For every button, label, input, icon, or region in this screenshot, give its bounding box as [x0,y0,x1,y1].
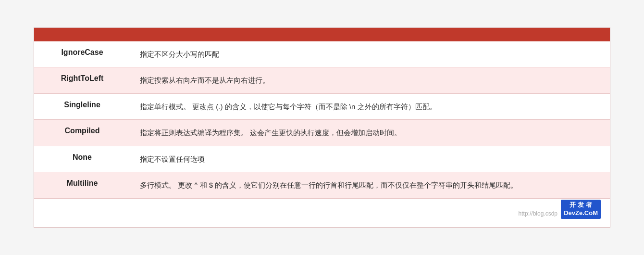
table-title [34,28,610,41]
table-row: IgnoreCase指定不区分大小写的匹配 [34,41,610,67]
watermark-url: http://blog.csdp [519,210,557,217]
member-name-cell: Multiline [34,172,130,199]
table-container: IgnoreCase指定不区分大小写的匹配RightToLeft指定搜索从右向左… [34,27,610,228]
member-name-cell: Compiled [34,120,130,146]
data-table: IgnoreCase指定不区分大小写的匹配RightToLeft指定搜索从右向左… [34,41,610,228]
member-desc-cell: 多行模式。 更改 ^ 和 $ 的含义，使它们分别在任意一行的行首和行尾匹配，而不… [130,172,610,199]
regex-options-table: IgnoreCase指定不区分大小写的匹配RightToLeft指定搜索从右向左… [34,27,610,228]
table-row: RightToLeft指定搜索从右向左而不是从左向右进行。 [34,67,610,94]
member-desc-cell: 指定单行模式。 更改点 (.) 的含义，以使它与每个字符（而不是除 \n 之外的… [130,93,610,120]
table-row: Singleline指定单行模式。 更改点 (.) 的含义，以使它与每个字符（而… [34,93,610,120]
member-name-cell [34,198,130,227]
member-name-cell: Singleline [34,93,130,120]
watermark-box: 开 发 者 DevZe.CoM [561,200,601,219]
member-desc-cell: 指定将正则表达式编译为程序集。 这会产生更快的执行速度，但会增加启动时间。 [130,120,610,146]
member-name-cell: IgnoreCase [34,41,130,67]
member-name-cell: None [34,146,130,172]
table-row: Compiled指定将正则表达式编译为程序集。 这会产生更快的执行速度，但会增加… [34,120,610,146]
member-name-cell: RightToLeft [34,67,130,94]
watermark-line1: 开 发 者 [564,201,598,209]
table-row: Multiline多行模式。 更改 ^ 和 $ 的含义，使它们分别在任意一行的行… [34,172,610,199]
member-desc-cell: 指定搜索从右向左而不是从左向右进行。 [130,67,610,94]
member-desc-cell: 指定不设置任何选项 [130,146,610,172]
table-row: None指定不设置任何选项 [34,146,610,172]
member-desc-cell: 指定不区分大小写的匹配 [130,41,610,67]
watermark-badge: 开 发 者 DevZe.CoM [561,200,601,219]
watermark-line2: DevZe.CoM [564,209,598,217]
